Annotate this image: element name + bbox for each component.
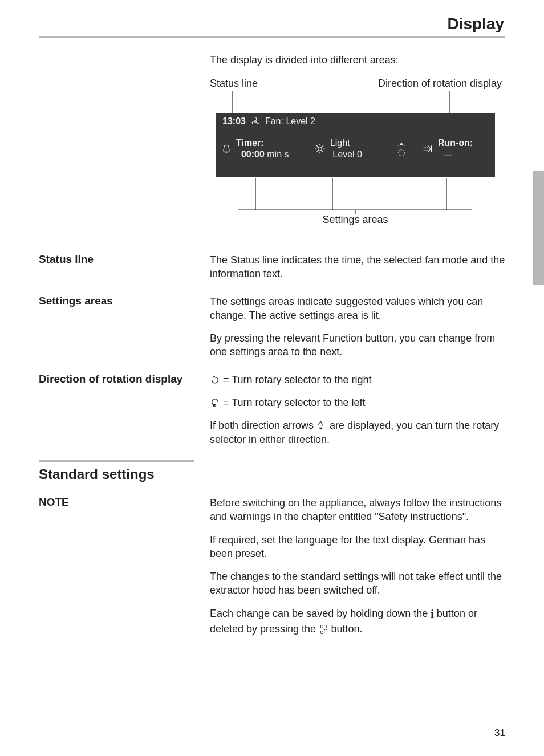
- display-fan-text: Fan: Level 2: [265, 116, 315, 127]
- timer-label: Timer:: [236, 138, 264, 148]
- section-note: NOTE Before switching on the appliance, …: [39, 496, 505, 636]
- note-p4-post: button.: [328, 623, 362, 635]
- page-title: Display: [39, 15, 505, 33]
- heading-rotation: Direction of rotation display: [39, 373, 210, 385]
- timer-value: 00:00: [241, 149, 265, 159]
- selector-both-icon: [316, 420, 327, 430]
- svg-line-13: [316, 145, 318, 147]
- rotation-left-line: = Turn rotary selector to the left: [210, 396, 505, 409]
- body-settings-p2: By pressing the relevant Function button…: [210, 331, 505, 359]
- selector-right-icon: [210, 375, 220, 385]
- onoff-icon: onoff: [319, 624, 328, 635]
- rotation-circle-icon: [396, 148, 407, 158]
- display-settings-row: Timer: 00:00 min s Light Level 0: [216, 128, 495, 169]
- svg-line-15: [316, 151, 318, 152]
- rotation-both-pre: If both direction arrows: [210, 420, 316, 431]
- light-value: Level 0: [332, 149, 362, 159]
- heading-settings-areas: Settings areas: [39, 295, 210, 307]
- note-p3: The changes to the standard settings wil…: [210, 570, 505, 598]
- label-status-line: Status line: [210, 78, 258, 90]
- section-status-line: Status line The Status line indicates th…: [39, 253, 505, 281]
- svg-line-16: [322, 145, 323, 147]
- runon-label: Run-on:: [438, 138, 473, 148]
- svg-point-21: [319, 424, 323, 428]
- rotation-cell: [387, 128, 416, 169]
- display-status-row: 13:03 Fan: Level 2: [216, 113, 495, 128]
- display-diagram: Status line Direction of rotation displa…: [210, 78, 501, 226]
- light-cell: Light Level 0: [308, 128, 387, 169]
- runon-icon: [422, 144, 433, 154]
- onoff-off: off: [320, 628, 327, 635]
- light-label: Light: [330, 138, 350, 148]
- section-rotation: Direction of rotation display = Turn rot…: [39, 373, 505, 446]
- heading-standard-settings: Standard settings: [39, 466, 505, 482]
- note-p2: If required, set the language for the te…: [210, 533, 505, 561]
- intro-text: The display is divided into different ar…: [210, 54, 505, 66]
- svg-point-17: [399, 150, 405, 156]
- rotation-right-line: = Turn rotary selector to the right: [210, 373, 505, 387]
- note-p4: Each change can be saved by holding down…: [210, 607, 505, 636]
- runon-value: ---: [443, 149, 452, 159]
- label-rotation-display: Direction of rotation display: [378, 78, 502, 90]
- rotation-left-text: = Turn rotary selector to the left: [220, 397, 366, 408]
- body-status-line: The Status line indicates the time, the …: [210, 253, 505, 281]
- top-rule: [39, 36, 505, 38]
- light-icon: [314, 143, 326, 155]
- label-settings-areas: Settings areas: [210, 214, 501, 226]
- timer-cell: Timer: 00:00 min s: [216, 128, 308, 169]
- display-time: 13:03: [222, 116, 246, 127]
- page: Display The display is divided into diff…: [0, 0, 544, 666]
- rotation-both-line: If both direction arrows are displayed, …: [210, 418, 505, 446]
- section-settings-areas: Settings areas The settings areas indica…: [39, 295, 505, 359]
- timer-unit: min s: [267, 149, 289, 159]
- subhead-rule: [39, 460, 194, 462]
- fan-icon: [250, 116, 261, 127]
- svg-line-14: [322, 151, 323, 152]
- note-p4-pre: Each change can be saved by holding down…: [210, 608, 431, 619]
- heading-status-line: Status line: [39, 253, 210, 266]
- svg-point-8: [318, 147, 322, 151]
- page-number: 31: [494, 727, 505, 739]
- note-p1: Before switching on the appliance, alway…: [210, 496, 505, 524]
- rotation-up-icon: [397, 140, 406, 147]
- runon-cell: Run-on: ---: [416, 128, 495, 169]
- appliance-display: 13:03 Fan: Level 2 Timer: 00:00 min s: [216, 113, 495, 177]
- rotation-right-text: = Turn rotary selector to the right: [220, 374, 372, 385]
- bell-icon: [221, 144, 232, 154]
- body-settings-p1: The settings areas indicate suggested va…: [210, 295, 505, 323]
- selector-left-icon: [210, 397, 220, 408]
- note-label: NOTE: [39, 496, 210, 509]
